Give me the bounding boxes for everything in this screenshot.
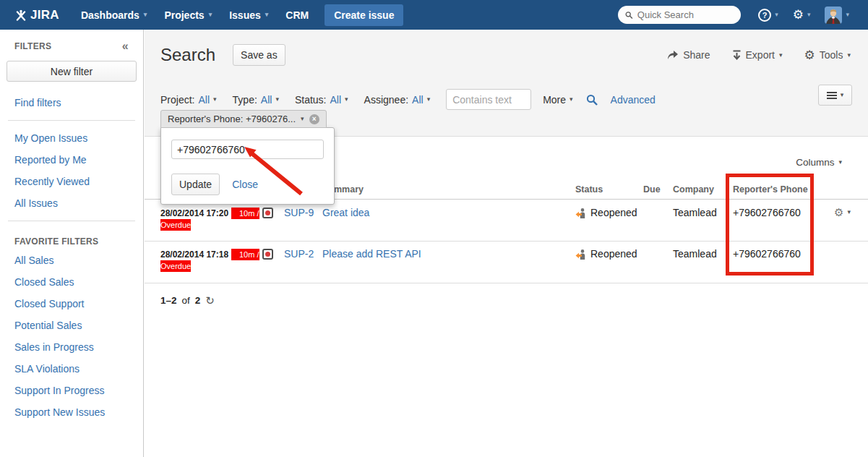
status-label: Reopened	[590, 207, 637, 218]
save-as-button[interactable]: Save as	[233, 44, 285, 66]
columns-menu-button[interactable]: Columns ▾	[796, 157, 842, 168]
column-header-status[interactable]: Status	[575, 184, 643, 195]
sidebar-item-all-issues[interactable]: All Issues	[7, 192, 137, 214]
issue-key-cell: SUP-2	[284, 248, 322, 260]
more-filters-dropdown[interactable]: More ▾	[543, 94, 572, 106]
issue-key-link[interactable]: SUP-9	[284, 207, 314, 218]
sidebar-item-potential-sales[interactable]: Potential Sales	[7, 315, 137, 336]
help-menu[interactable]: ? ▾	[752, 9, 784, 22]
column-header-due[interactable]: Due	[643, 184, 673, 195]
reopened-status-icon	[575, 208, 586, 218]
status-filter-value: All	[330, 94, 342, 106]
topbar-icon-group: ? ▾ ⚙ ▾ ▾	[752, 7, 855, 24]
user-menu[interactable]: ▾	[819, 7, 855, 24]
status-label: Reopened	[590, 248, 637, 260]
reporters-phone-filter-chip[interactable]: Reporter's Phone: +7960276... ▾ ×	[160, 110, 327, 128]
chevron-down-icon: ▾	[213, 96, 217, 103]
row-actions-cell: ⚙ ▾	[828, 207, 868, 218]
search-title-row: Search Save as Share Export ▾	[160, 44, 851, 66]
nav-dashboards[interactable]: Dashboards ▾	[72, 0, 155, 30]
refresh-icon[interactable]: ↻	[205, 295, 215, 306]
user-avatar-image	[825, 7, 842, 24]
phone-filter-input[interactable]	[171, 140, 324, 159]
issue-summary-link[interactable]: Please add REST API	[322, 248, 421, 260]
sidebar-header: FILTERS «	[7, 39, 137, 61]
search-icon	[586, 94, 598, 106]
chevron-down-icon: ▾	[570, 96, 573, 103]
status-filter-label: Status:	[295, 94, 327, 106]
chevron-down-icon: ▾	[209, 12, 212, 18]
nav-projects-label: Projects	[164, 9, 204, 21]
issue-summary-cell: Great idea	[322, 207, 575, 218]
assignee-filter-dropdown[interactable]: Assignee: All ▾	[364, 94, 431, 106]
issue-key-link[interactable]: SUP-2	[284, 248, 314, 260]
help-icon: ?	[758, 9, 771, 22]
sidebar-item-sales-in-progress[interactable]: Sales in Progress	[7, 336, 137, 358]
sidebar-item-closed-sales[interactable]: Closed Sales	[7, 271, 137, 293]
sidebar-item-recently-viewed[interactable]: Recently Viewed	[7, 171, 137, 192]
assignee-filter-label: Assignee:	[364, 94, 408, 106]
sidebar-item-my-open-issues[interactable]: My Open Issues	[7, 127, 137, 149]
remove-filter-icon[interactable]: ×	[309, 114, 319, 124]
chevron-down-icon: ▾	[846, 12, 849, 18]
gear-icon: ⚙	[793, 9, 804, 21]
company-cell: Teamlead	[673, 207, 733, 218]
reporters-phone-cell: +79602766760	[733, 248, 828, 260]
row-actions-button[interactable]: ⚙ ▾	[828, 207, 868, 218]
type-filter-label: Type:	[233, 94, 257, 106]
find-filters-link[interactable]: Find filters	[7, 92, 137, 114]
issue-summary-link[interactable]: Great idea	[322, 207, 369, 218]
quick-search-input[interactable]	[637, 9, 734, 20]
search-main-area: Search Save as Share Export ▾	[145, 30, 868, 457]
advanced-search-link[interactable]: Advanced	[611, 94, 656, 106]
status-filter-dropdown[interactable]: Status: All ▾	[295, 94, 348, 106]
issue-type-icon	[262, 249, 273, 260]
new-filter-button[interactable]: New filter	[7, 61, 137, 82]
jira-logo[interactable]: JIRA	[15, 8, 59, 22]
create-issue-button[interactable]: Create issue	[325, 4, 403, 26]
contains-text-input[interactable]	[446, 89, 531, 110]
reopened-status-icon	[575, 249, 586, 260]
export-label: Export	[746, 49, 775, 61]
collapse-sidebar-icon[interactable]: «	[122, 40, 129, 52]
export-button[interactable]: Export ▾	[732, 49, 783, 61]
layout-switcher-button[interactable]: ▾	[818, 85, 852, 106]
sidebar-item-reported-by-me[interactable]: Reported by Me	[7, 149, 137, 171]
sidebar-divider	[8, 120, 135, 121]
admin-menu[interactable]: ⚙ ▾	[787, 9, 817, 21]
update-button[interactable]: Update	[171, 174, 220, 195]
nav-projects[interactable]: Projects ▾	[155, 0, 220, 30]
sidebar-item-support-in-progress[interactable]: Support In Progress	[7, 380, 137, 401]
column-header-company[interactable]: Company	[673, 184, 733, 195]
sidebar-item-closed-support[interactable]: Closed Support	[7, 293, 137, 315]
chevron-down-icon: ▾	[847, 209, 851, 215]
tools-button[interactable]: ⚙ Tools ▾	[804, 49, 851, 61]
column-header-summary[interactable]: Summary	[322, 184, 575, 195]
jira-charlie-icon	[15, 9, 27, 21]
close-link[interactable]: Close	[232, 179, 258, 190]
reporters-phone-cell: +79602766760	[733, 207, 828, 218]
sidebar-item-all-sales[interactable]: All Sales	[7, 249, 137, 271]
project-filter-dropdown[interactable]: Project: All ▾	[160, 94, 217, 106]
nav-issues[interactable]: Issues ▾	[220, 0, 277, 30]
issue-status-cell: Reopened	[575, 248, 643, 260]
project-filter-value: All	[198, 94, 210, 106]
company-cell: Teamlead	[673, 248, 733, 260]
sidebar-item-sla-violations[interactable]: SLA Violations	[7, 358, 137, 380]
chevron-down-icon: ▾	[427, 96, 431, 103]
gear-icon: ⚙	[804, 49, 815, 61]
quick-search-box[interactable]	[618, 6, 741, 24]
phone-filter-editor-popup: Update Close	[160, 127, 335, 205]
run-search-button[interactable]	[586, 94, 598, 106]
jira-app: JIRA Dashboards ▾ Projects ▾ Issues ▾ CR…	[0, 0, 868, 457]
sidebar-divider	[8, 221, 135, 221]
column-header-reporters-phone[interactable]: Reporter's Phone	[733, 184, 828, 195]
nav-crm[interactable]: CRM	[277, 0, 317, 30]
type-filter-dropdown[interactable]: Type: All ▾	[233, 94, 279, 106]
nav-issues-label: Issues	[229, 9, 261, 21]
sidebar-item-support-new-issues[interactable]: Support New Issues	[7, 401, 137, 423]
nav-dashboards-label: Dashboards	[81, 9, 139, 21]
chevron-down-icon: ▾	[301, 116, 304, 122]
search-icon	[625, 11, 633, 20]
share-button[interactable]: Share	[667, 49, 710, 61]
